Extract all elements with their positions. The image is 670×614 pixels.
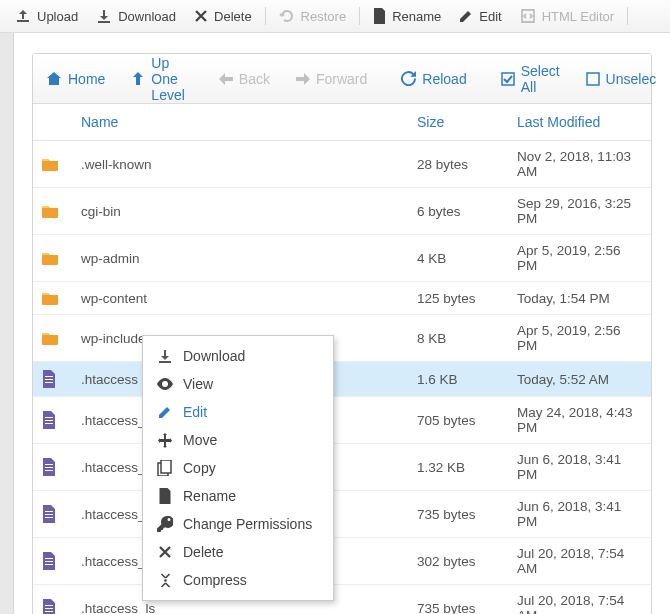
cm-move-icon xyxy=(157,433,173,448)
file-modified: Nov 2, 2018, 11:03 AM xyxy=(509,141,651,188)
cm-move[interactable]: Move xyxy=(143,426,333,454)
cm-download[interactable]: Download xyxy=(143,342,333,370)
file-modified: Jul 20, 2018, 7:54 AM xyxy=(509,585,651,615)
cm-delete-icon xyxy=(157,545,173,559)
left-gutter xyxy=(0,33,14,614)
table-row[interactable]: wp-admin 4 KB Apr 5, 2019, 2:56 PM xyxy=(33,235,651,282)
file-size: 735 bytes xyxy=(409,491,509,538)
file-modified: May 24, 2018, 4:43 PM xyxy=(509,397,651,444)
table-row[interactable]: cgi-bin 6 bytes Sep 29, 2016, 3:25 PM xyxy=(33,188,651,235)
cm-change-permissions[interactable]: Change Permissions xyxy=(143,510,333,538)
file-name: wp-admin xyxy=(73,235,409,282)
file-table: Name Size Last Modified .well-known 28 b… xyxy=(33,104,651,614)
file-icon xyxy=(33,585,73,615)
back-button: Back xyxy=(206,71,283,87)
edit-button-icon xyxy=(459,9,479,23)
top-toolbar: UploadDownloadDeleteRestoreRenameEditHTM… xyxy=(0,0,670,33)
col-modified[interactable]: Last Modified xyxy=(509,104,651,141)
back-button-icon xyxy=(219,73,239,85)
svg-rect-0 xyxy=(502,73,514,85)
context-menu: DownloadViewEditMoveCopyRenameChange Per… xyxy=(142,335,334,601)
file-size: 705 bytes xyxy=(409,397,509,444)
file-icon xyxy=(33,491,73,538)
cm-rename-icon xyxy=(157,488,173,504)
file-name: cgi-bin xyxy=(73,188,409,235)
table-row[interactable]: .htaccess_ls 735 bytes Jul 20, 2018, 7:5… xyxy=(33,585,651,615)
file-icon xyxy=(33,444,73,491)
file-size: 6 bytes xyxy=(409,188,509,235)
unselect-all-button[interactable]: Unselec xyxy=(573,71,670,87)
file-icon xyxy=(33,538,73,585)
home-button[interactable]: Home xyxy=(33,71,118,87)
reload-button[interactable]: Reload xyxy=(388,71,479,87)
up-one-level-button[interactable]: Up One Level xyxy=(118,55,197,103)
folder-icon xyxy=(33,235,73,282)
html-editor-button-icon xyxy=(520,8,542,24)
home-button-icon xyxy=(46,71,68,86)
rename-button[interactable]: Rename xyxy=(364,0,450,32)
file-modified: Jul 20, 2018, 7:54 AM xyxy=(509,538,651,585)
table-row[interactable]: .htaccess_ls 705 bytes May 24, 2018, 4:4… xyxy=(33,397,651,444)
edit-button[interactable]: Edit xyxy=(450,0,510,32)
cm-delete[interactable]: Delete xyxy=(143,538,333,566)
restore-button: Restore xyxy=(270,0,356,32)
folder-icon xyxy=(33,188,73,235)
forward-button: Forward xyxy=(283,71,380,87)
cm-download-icon xyxy=(157,348,173,364)
table-row[interactable]: .htaccess 1.6 KB Today, 5:52 AM xyxy=(33,362,651,397)
cm-rename[interactable]: Rename xyxy=(143,482,333,510)
upload-button[interactable]: Upload xyxy=(6,0,87,32)
table-row[interactable]: wp-content 125 bytes Today, 1:54 PM xyxy=(33,282,651,315)
svg-rect-4 xyxy=(161,460,171,473)
table-row[interactable]: .htaccess_ls 1.32 KB Jun 6, 2018, 3:41 P… xyxy=(33,444,651,491)
table-row[interactable]: .well-known 28 bytes Nov 2, 2018, 11:03 … xyxy=(33,141,651,188)
cm-view-icon xyxy=(157,378,173,390)
file-size: 302 bytes xyxy=(409,538,509,585)
cm-change-permissions-icon xyxy=(157,516,173,532)
cm-compress[interactable]: Compress xyxy=(143,566,333,594)
file-size: 125 bytes xyxy=(409,282,509,315)
up-one-level-button-icon xyxy=(131,71,151,86)
file-name: wp-content xyxy=(73,282,409,315)
delete-button[interactable]: Delete xyxy=(185,0,261,32)
file-size: 8 KB xyxy=(409,315,509,362)
col-size[interactable]: Size xyxy=(409,104,509,141)
unselect-all-button-icon xyxy=(586,72,606,86)
file-modified: Today, 5:52 AM xyxy=(509,362,651,397)
file-size: 4 KB xyxy=(409,235,509,282)
delete-button-icon xyxy=(194,9,214,23)
html-editor-button: HTML Editor xyxy=(511,0,623,32)
file-size: 1.32 KB xyxy=(409,444,509,491)
cm-view[interactable]: View xyxy=(143,370,333,398)
table-row[interactable]: .htaccess_ls 735 bytes Jun 6, 2018, 3:41… xyxy=(33,491,651,538)
file-modified: Apr 5, 2019, 2:56 PM xyxy=(509,235,651,282)
reload-button-icon xyxy=(401,71,422,86)
col-name[interactable]: Name xyxy=(73,104,409,141)
rename-button-icon xyxy=(373,8,392,24)
file-size: 1.6 KB xyxy=(409,362,509,397)
table-row[interactable]: wp-includes 8 KB Apr 5, 2019, 2:56 PM xyxy=(33,315,651,362)
file-modified: Apr 5, 2019, 2:56 PM xyxy=(509,315,651,362)
cm-copy-icon xyxy=(157,460,173,476)
file-name: .well-known xyxy=(73,141,409,188)
cm-edit-icon xyxy=(157,405,173,419)
forward-button-icon xyxy=(296,73,316,85)
table-row[interactable]: .htaccess_ls 302 bytes Jul 20, 2018, 7:5… xyxy=(33,538,651,585)
file-size: 28 bytes xyxy=(409,141,509,188)
folder-icon xyxy=(33,141,73,188)
panel-toolbar: HomeUp One LevelBackForwardReloadSelect … xyxy=(33,54,651,104)
file-icon xyxy=(33,397,73,444)
file-modified: Today, 1:54 PM xyxy=(509,282,651,315)
cm-copy[interactable]: Copy xyxy=(143,454,333,482)
folder-icon xyxy=(33,315,73,362)
download-button[interactable]: Download xyxy=(87,0,185,32)
cm-compress-icon xyxy=(157,573,173,588)
download-button-icon xyxy=(96,8,118,24)
upload-button-icon xyxy=(15,8,37,24)
file-icon xyxy=(33,362,73,397)
file-modified: Jun 6, 2018, 3:41 PM xyxy=(509,444,651,491)
cm-edit[interactable]: Edit xyxy=(143,398,333,426)
file-modified: Sep 29, 2016, 3:25 PM xyxy=(509,188,651,235)
select-all-button[interactable]: Select All xyxy=(488,63,573,95)
svg-point-5 xyxy=(164,579,167,582)
